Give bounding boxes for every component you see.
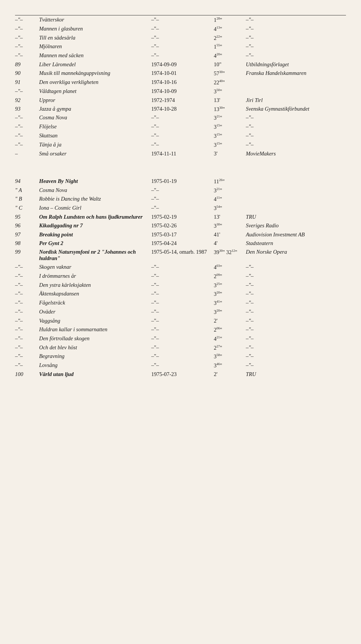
table-row: –"–Mannen med säcken–"–420"–"– — [15, 51, 346, 60]
best-cell: –"– — [246, 140, 346, 149]
opus-cell: –"– — [15, 361, 39, 370]
titel-cell: Lovsång — [39, 361, 151, 370]
opus-cell: –"– — [15, 15, 39, 24]
titel-cell: Per Gynt 2 — [39, 239, 151, 248]
titel-cell: Till en sädesärla — [39, 33, 151, 43]
best-cell: –"– — [246, 122, 346, 131]
fardig-cell: 1974-10-28 — [151, 105, 214, 114]
opus-cell: – — [15, 149, 39, 158]
best-cell — [246, 177, 346, 186]
fardig-cell: –"– — [151, 51, 214, 60]
titel-cell: Skuttsan — [39, 131, 151, 140]
titel-cell: Små orsaker — [39, 149, 151, 158]
best-cell: Utbildningsförlaget — [246, 60, 346, 69]
tid-cell: 227" — [214, 343, 246, 352]
tid-cell: 3' — [214, 149, 246, 158]
fardig-cell: –"– — [151, 140, 214, 149]
best-cell: –"– — [246, 15, 346, 24]
table-row: 98Per Gynt 21975-04-244'Stadsteatern — [15, 239, 346, 248]
titel-cell: I drömmarnes år — [39, 272, 151, 281]
table-row: –"–Fågelsträck–"–341"–"– — [15, 298, 346, 308]
table-row: –"–Mannen i glasburen–"–413"–"– — [15, 24, 346, 33]
table-row: 92Uppror1972-197413'Jiri Tirl — [15, 96, 346, 105]
tid-cell: 10" — [214, 60, 246, 69]
best-cell: Sveriges Radio — [246, 221, 346, 230]
opus-cell: 96 — [15, 221, 39, 230]
fardig-cell: –"– — [151, 272, 214, 281]
opus-cell: –"– — [15, 352, 39, 361]
best-cell: TRU — [246, 213, 346, 221]
opus-cell: " C — [15, 204, 39, 213]
best-cell: Franska Handelskammaren — [246, 69, 346, 78]
table-row: –"–Lovsång–"–346"–"– — [15, 361, 346, 370]
best-cell — [246, 78, 346, 87]
fardig-cell: –"– — [151, 204, 214, 213]
table-row: –"–Skuttsan–"–315"–"– — [15, 131, 346, 140]
fardig-cell: –"– — [151, 186, 214, 195]
fardig-cell: –"– — [151, 361, 214, 370]
fardig-cell: –"– — [151, 33, 214, 43]
fardig-cell: –"– — [151, 113, 214, 122]
opus-cell: 98 — [15, 239, 39, 248]
year-heading-1975 — [15, 158, 346, 177]
tid-cell: 320" — [214, 289, 246, 298]
opus-cell: –"– — [15, 298, 39, 308]
tid-cell: 13' — [214, 96, 246, 105]
opus-cell: 91 — [15, 78, 39, 87]
tid-cell: 41' — [214, 230, 246, 239]
fardig-cell: –"– — [151, 131, 214, 140]
fardig-cell: –"– — [151, 343, 214, 352]
fardig-cell: –"– — [151, 308, 214, 317]
tid-cell: 315" — [214, 122, 246, 131]
titel-cell: Liber Läromedel — [39, 60, 151, 69]
opus-cell: –"– — [15, 317, 39, 325]
tid-cell: 315" — [214, 140, 246, 149]
titel-cell: Värld utan ljud — [39, 370, 151, 379]
best-cell — [246, 204, 346, 213]
opus-cell: –"– — [15, 308, 39, 317]
fardig-cell: –"– — [151, 298, 214, 308]
opus-cell: 95 — [15, 213, 39, 221]
opus-cell: –"– — [15, 140, 39, 149]
best-cell: –"– — [246, 281, 346, 290]
opus-cell: –"– — [15, 51, 39, 60]
tid-cell: 330" — [214, 221, 246, 230]
best-cell: TRU — [246, 370, 346, 379]
fardig-cell: –"– — [151, 281, 214, 290]
tid-cell: 1126" — [214, 177, 246, 186]
titel-cell: Mjölnaren — [39, 42, 151, 51]
tid-cell: 155" — [214, 42, 246, 51]
col-header-fardigdatum — [151, 11, 214, 15]
table-row: 94Heaven By Night1975-01-191126" — [15, 177, 346, 186]
titel-cell: Musik till mannekänguppvisning — [39, 69, 151, 78]
table-row: 91Den overkliga verkligheten1974-10-1622… — [15, 78, 346, 87]
best-cell: Den Norske Opera — [246, 248, 346, 263]
best-cell: –"– — [246, 352, 346, 361]
titel-cell: Cosma Nova — [39, 186, 151, 195]
fardig-cell: 1975-04-24 — [151, 239, 214, 248]
tid-cell: 413" — [214, 24, 246, 33]
titel-cell: Jazza å gympa — [39, 105, 151, 114]
fardig-cell: 1974-09-09 — [151, 60, 214, 69]
titel-cell: Robbie is Dancing the Waltz — [39, 195, 151, 204]
tid-cell: 5730" — [214, 69, 246, 78]
best-cell: MovieMakers — [246, 149, 346, 158]
table-row: 96Kikadiggading nr 71975-02-26330"Sverig… — [15, 221, 346, 230]
col-header-tid — [214, 11, 246, 15]
titel-cell: Mannen med säcken — [39, 51, 151, 60]
table-row: 89Liber Läromedel1974-09-0910"Utbildning… — [15, 60, 346, 69]
best-cell: –"– — [246, 343, 346, 352]
best-cell: –"– — [246, 131, 346, 140]
table-row: –"–Och det blev höst–"–227"–"– — [15, 343, 346, 352]
tid-cell: 350" — [214, 87, 246, 96]
table-row: 90Musik till mannekänguppvisning1974-10-… — [15, 69, 346, 78]
table-row: –"–Tänja å ja–"–315"–"– — [15, 140, 346, 149]
best-cell: –"– — [246, 334, 346, 343]
titel-cell: Nordisk Natursymfoni nr 2 "Johannes och … — [39, 248, 151, 263]
table-row: 99Nordisk Natursymfoni nr 2 "Johannes oc… — [15, 248, 346, 263]
fardig-cell: –"– — [151, 15, 214, 24]
titel-cell: Vaggsång — [39, 317, 151, 325]
table-row: " BRobbie is Dancing the Waltz–"–411" — [15, 195, 346, 204]
opus-cell: " A — [15, 186, 39, 195]
fardig-cell: 1972-1974 — [151, 96, 214, 105]
